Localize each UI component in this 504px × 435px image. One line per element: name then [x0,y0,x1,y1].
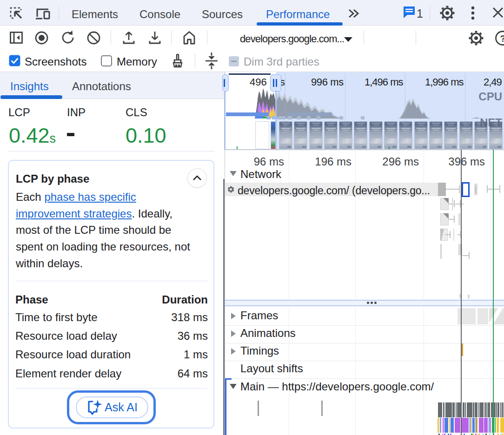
svg-text:?: ? [500,33,504,44]
